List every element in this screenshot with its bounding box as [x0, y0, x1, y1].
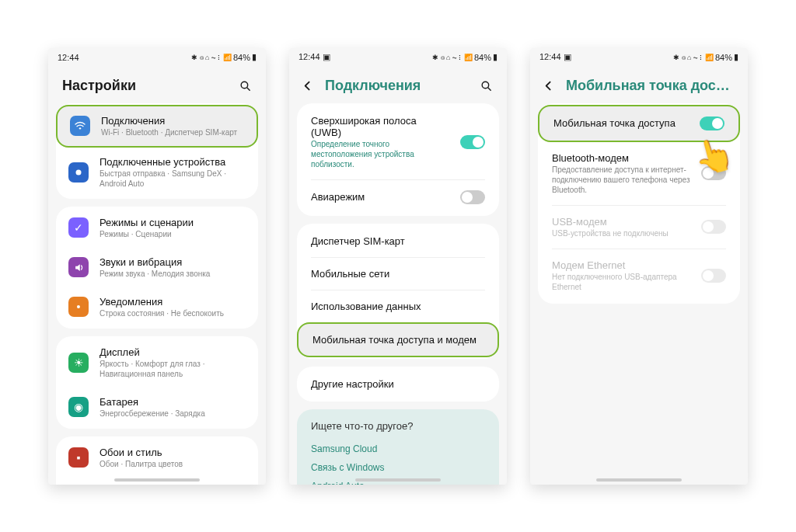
- page-title: Мобильная точка доступа и...: [566, 78, 734, 94]
- toggle-uwb[interactable]: [460, 135, 485, 149]
- clock: 12:44: [539, 52, 561, 61]
- row-sim[interactable]: Диспетчер SIM-карт: [297, 225, 499, 257]
- toggle-ethernet-modem: [701, 269, 726, 283]
- row-modes[interactable]: ✓ Режимы и сценарии Режимы · Сценарии: [56, 208, 258, 248]
- back-icon[interactable]: [541, 78, 555, 92]
- row-data-usage[interactable]: Использование данных: [297, 290, 499, 322]
- toggle-hotspot[interactable]: [700, 116, 724, 130]
- display-icon: ☀: [68, 353, 89, 373]
- back-icon[interactable]: [300, 78, 314, 92]
- search-suggestions: Ищете что-то другое? Samsung Cloud Связь…: [297, 409, 499, 485]
- header: Подключения: [289, 67, 507, 103]
- clock: 12:44: [58, 53, 79, 62]
- status-icons: ✱ ⌾ ⌂ ⏦ ⫶ 📶 84% ▮: [191, 52, 257, 62]
- status-bar: 12:44 ▣ ✱ ⌾ ⌂ ⏦ ⫶ 📶 84% ▮: [530, 48, 748, 67]
- sound-icon: [68, 257, 89, 277]
- link-samsung-cloud[interactable]: Samsung Cloud: [311, 440, 485, 458]
- search-icon[interactable]: [238, 78, 252, 92]
- group-2: ☀ Дисплей Яркость · Комфорт для глаз · Н…: [56, 336, 258, 429]
- group-2: Другие настройки: [297, 367, 499, 402]
- toggle-usb-modem: [701, 220, 726, 234]
- nav-bar[interactable]: [355, 478, 441, 482]
- row-notifications[interactable]: • Уведомления Строка состояния · Не бесп…: [56, 287, 258, 327]
- toggle-airplane[interactable]: [460, 190, 485, 204]
- row-uwb[interactable]: Сверхширокая полоса (UWB) Определение то…: [297, 105, 499, 179]
- row-hotspot-tethering[interactable]: Мобильная точка доступа и модем: [297, 322, 499, 357]
- status-icons: ✱ ⌾ ⌂ ⏦ ⫶ 📶 84% ▮: [673, 52, 738, 62]
- row-bt-modem[interactable]: Bluetooth-модем Предоставление доступа к…: [538, 142, 740, 205]
- row-usb-modem: USB-модем USB-устройства не подключены: [538, 206, 740, 249]
- link-windows[interactable]: Связь с Windows: [311, 458, 485, 477]
- row-other-settings[interactable]: Другие настройки: [297, 368, 499, 400]
- devices-icon: [68, 162, 89, 183]
- group-1: ✓ Режимы и сценарии Режимы · Сценарии Зв…: [56, 207, 258, 329]
- header: Настройки: [48, 67, 266, 103]
- clock: 12:44: [298, 52, 320, 61]
- group-0: Сверхширокая полоса (UWB) Определение то…: [297, 103, 499, 216]
- group-hotspot: Мобильная точка доступа Bluetooth-модем …: [538, 103, 740, 304]
- phone-screen-1: 12:44 ✱ ⌾ ⌂ ⏦ ⫶ 📶 84% ▮ Настройки Подклю…: [48, 48, 266, 485]
- row-airplane[interactable]: Авиарежим: [297, 180, 499, 214]
- row-ethernet-modem: Модем Ethernet Нет подключенного USB-ада…: [538, 249, 740, 302]
- row-mobile-hotspot[interactable]: Мобильная точка доступа: [538, 105, 740, 142]
- page-title: Подключения: [325, 78, 468, 94]
- modes-icon: ✓: [68, 217, 89, 238]
- row-wallpaper[interactable]: ▪ Обои и стиль Обои · Палитра цветов: [56, 438, 258, 478]
- toggle-bt-modem[interactable]: [701, 166, 726, 180]
- status-bar: 12:44 ▣ ✱ ⌾ ⌂ ⏦ ⫶ 📶 84% ▮: [289, 48, 507, 67]
- row-mobile-networks[interactable]: Мобильные сети: [297, 258, 499, 290]
- nav-bar[interactable]: [596, 478, 682, 482]
- group-1: Диспетчер SIM-карт Мобильные сети Исполь…: [297, 224, 499, 359]
- row-sound[interactable]: Звуки и вибрация Режим звука · Мелодия з…: [56, 248, 258, 287]
- row-title: Подключения: [101, 115, 244, 127]
- status-bar: 12:44 ✱ ⌾ ⌂ ⏦ ⫶ 📶 84% ▮: [48, 48, 266, 67]
- group-0: Подключения Wi-Fi · Bluetooth · Диспетче…: [56, 103, 258, 199]
- nav-bar[interactable]: [114, 478, 200, 482]
- wallpaper-icon: ▪: [68, 447, 89, 468]
- battery-icon: ◉: [68, 397, 89, 417]
- row-connections[interactable]: Подключения Wi-Fi · Bluetooth · Диспетче…: [56, 105, 258, 148]
- status-icons: ✱ ⌾ ⌂ ⏦ ⫶ 📶 84% ▮: [432, 52, 498, 62]
- row-display[interactable]: ☀ Дисплей Яркость · Комфорт для глаз · Н…: [56, 338, 258, 388]
- wifi-icon: [70, 116, 90, 136]
- phone-screen-3: 12:44 ▣ ✱ ⌾ ⌂ ⏦ ⫶ 📶 84% ▮ Мобильная точк…: [530, 48, 748, 485]
- notifications-icon: •: [68, 297, 89, 317]
- page-title: Настройки: [62, 78, 227, 94]
- search-icon[interactable]: [479, 78, 493, 92]
- group-3: ▪ Обои и стиль Обои · Палитра цветов Тем…: [56, 436, 258, 485]
- row-battery[interactable]: ◉ Батарея Энергосбережение · Зарядка: [56, 388, 258, 427]
- header: Мобильная точка доступа и...: [530, 67, 748, 103]
- row-devices[interactable]: Подключенные устройства Быстрая отправка…: [56, 148, 258, 197]
- phone-screen-2: 12:44 ▣ ✱ ⌾ ⌂ ⏦ ⫶ 📶 84% ▮ Подключения Св…: [289, 48, 507, 485]
